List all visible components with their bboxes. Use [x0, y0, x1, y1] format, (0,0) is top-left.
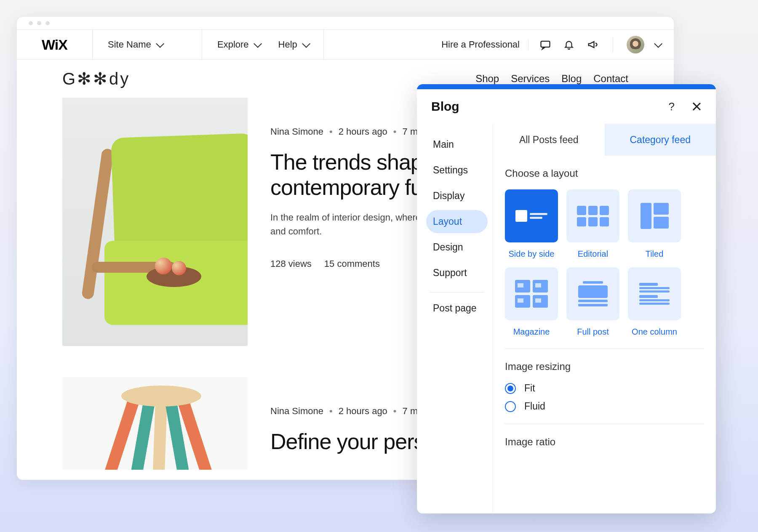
- site-brand-logo[interactable]: G✻✻dy: [62, 69, 130, 88]
- dot-separator: •: [393, 126, 397, 137]
- menu-services[interactable]: Services: [511, 73, 550, 85]
- panel-title: Blog: [431, 99, 459, 114]
- sidebar-item-layout[interactable]: Layout: [426, 210, 488, 233]
- radio-icon: [505, 401, 516, 412]
- layout-thumb: [628, 267, 681, 320]
- sidebar-item-design[interactable]: Design: [426, 236, 488, 259]
- radio-label: Fit: [524, 383, 535, 394]
- radio-icon: [505, 383, 516, 394]
- post-comments[interactable]: 15 comments: [324, 258, 380, 269]
- site-name-dropdown[interactable]: Site Name: [93, 30, 202, 59]
- panel-main: All Posts feed Category feed Choose a la…: [493, 124, 716, 513]
- hire-professional-link[interactable]: Hire a Professional: [441, 39, 528, 50]
- chat-icon[interactable]: [539, 38, 552, 51]
- feed-tabs: All Posts feed Category feed: [493, 124, 716, 156]
- sidebar-item-display[interactable]: Display: [426, 184, 488, 207]
- dot-separator: •: [329, 406, 333, 417]
- window-close-dot[interactable]: [29, 21, 33, 25]
- tab-all-posts[interactable]: All Posts feed: [493, 124, 605, 156]
- explore-label: Explore: [217, 39, 249, 50]
- sidebar-item-postpage[interactable]: Post page: [426, 301, 488, 320]
- layout-label: Editorial: [566, 249, 619, 259]
- explore-help-cell: Explore Help: [202, 30, 324, 59]
- megaphone-icon[interactable]: [586, 38, 599, 51]
- chevron-down-icon: [254, 40, 262, 48]
- radio-fit[interactable]: Fit: [505, 383, 704, 394]
- top-navigation-bar: WiX Site Name Explore Help Hire a Profes…: [17, 29, 674, 60]
- layout-label: Magazine: [505, 327, 558, 337]
- radio-label: Fluid: [524, 401, 545, 412]
- layout-label: Side by side: [505, 249, 558, 259]
- panel-header: Blog ?: [417, 89, 716, 124]
- help-icon[interactable]: ?: [669, 100, 675, 113]
- layout-option-magazine[interactable]: Magazine: [505, 267, 558, 337]
- post-views: 128 views: [270, 258, 312, 269]
- panel-accent-bar: [417, 84, 716, 89]
- bell-icon[interactable]: [562, 38, 576, 51]
- post-readtime: 7 m: [403, 126, 418, 137]
- divider: [613, 37, 613, 52]
- post-image[interactable]: [62, 377, 248, 470]
- chevron-down-icon[interactable]: [654, 40, 662, 48]
- choose-layout-label: Choose a layout: [505, 168, 704, 179]
- layout-label: Tiled: [628, 249, 681, 259]
- logo-cell: WiX: [17, 30, 93, 59]
- menu-blog[interactable]: Blog: [561, 73, 582, 85]
- post-author[interactable]: Nina Simone: [270, 406, 323, 417]
- help-dropdown[interactable]: Help: [278, 39, 308, 50]
- post-image[interactable]: [62, 98, 248, 346]
- layout-thumb: [566, 267, 619, 320]
- site-name-label: Site Name: [108, 39, 151, 50]
- layout-option-side-by-side[interactable]: Side by side: [505, 189, 558, 259]
- wix-logo[interactable]: WiX: [42, 37, 67, 53]
- user-avatar[interactable]: [627, 36, 644, 53]
- window-minimize-dot[interactable]: [37, 21, 41, 25]
- layout-option-full-post[interactable]: Full post: [566, 267, 619, 337]
- chevron-down-icon: [156, 40, 164, 48]
- help-label: Help: [278, 39, 297, 50]
- topbar-right: Hire a Professional: [428, 30, 674, 59]
- window-maximize-dot[interactable]: [45, 21, 50, 25]
- sidebar-divider: [430, 292, 484, 293]
- site-menu: Shop Services Blog Contact: [475, 73, 628, 85]
- section-divider: [505, 348, 704, 349]
- layout-option-tiled[interactable]: Tiled: [628, 189, 681, 259]
- explore-dropdown[interactable]: Explore: [217, 39, 260, 50]
- chevron-down-icon: [302, 40, 310, 48]
- panel-body: Main Settings Display Layout Design Supp…: [417, 124, 716, 513]
- section-divider: [505, 424, 704, 424]
- layout-thumb: [566, 189, 619, 242]
- sidebar-item-settings[interactable]: Settings: [426, 159, 488, 182]
- sidebar-item-support[interactable]: Support: [426, 261, 488, 285]
- menu-shop[interactable]: Shop: [475, 73, 499, 85]
- radio-fluid[interactable]: Fluid: [505, 401, 704, 412]
- image-ratio-label: Image ratio: [505, 436, 704, 448]
- svg-rect-0: [541, 41, 550, 47]
- tab-category-feed[interactable]: Category feed: [605, 124, 716, 156]
- layout-thumb: [505, 189, 558, 242]
- layout-label: Full post: [566, 327, 619, 337]
- blog-settings-panel: Blog ? Main Settings Display Layout Desi…: [417, 84, 716, 513]
- post-author[interactable]: Nina Simone: [270, 126, 323, 137]
- layout-thumb: [628, 189, 681, 242]
- window-traffic-lights: [17, 17, 674, 29]
- layout-label: One column: [628, 327, 681, 337]
- layout-option-one-column[interactable]: One column: [628, 267, 681, 337]
- layout-thumb: [505, 267, 558, 320]
- layout-grid: Side by side Editorial Tiled: [505, 189, 704, 337]
- dot-separator: •: [393, 406, 397, 417]
- panel-sidebar: Main Settings Display Layout Design Supp…: [417, 124, 493, 513]
- menu-contact[interactable]: Contact: [593, 73, 628, 85]
- layout-section: Choose a layout Side by side Editorial: [493, 156, 716, 448]
- post-readtime: 7 m: [403, 406, 418, 417]
- post-time: 2 hours ago: [339, 126, 387, 137]
- image-resizing-label: Image resizing: [505, 361, 704, 372]
- post-time: 2 hours ago: [339, 406, 387, 417]
- sidebar-item-main[interactable]: Main: [426, 133, 488, 156]
- dot-separator: •: [329, 126, 333, 137]
- layout-option-editorial[interactable]: Editorial: [566, 189, 619, 259]
- close-icon[interactable]: [691, 101, 702, 112]
